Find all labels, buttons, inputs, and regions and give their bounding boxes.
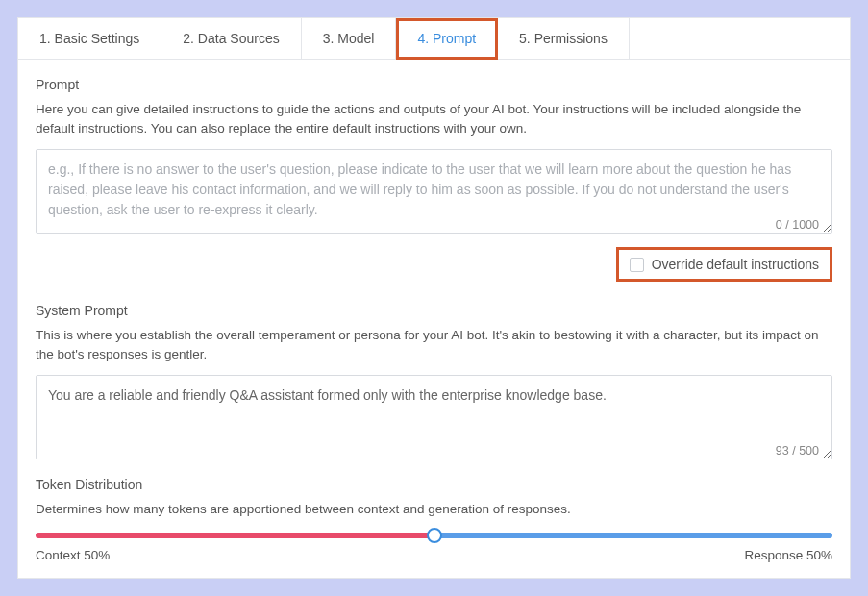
system-prompt-textarea[interactable] (36, 375, 832, 459)
token-dist-slider-thumb[interactable] (427, 528, 442, 543)
override-label[interactable]: Override default instructions (652, 257, 819, 272)
prompt-textarea[interactable] (36, 149, 832, 234)
token-dist-labels: Context 50% Response 50% (36, 548, 832, 562)
system-prompt-textarea-wrap: 93 / 500 (36, 375, 832, 463)
override-checkbox[interactable] (630, 258, 644, 272)
prompt-textarea-wrap: 0 / 1000 (36, 149, 832, 237)
token-dist-response-label: Response 50% (744, 548, 832, 562)
prompt-title: Prompt (36, 77, 832, 92)
tab-data-sources[interactable]: 2. Data Sources (161, 18, 301, 60)
token-dist-context-label: Context 50% (36, 548, 110, 562)
prompt-description: Here you can give detailed instructions … (36, 100, 832, 137)
tab-content: Prompt Here you can give detailed instru… (18, 60, 850, 572)
tab-model[interactable]: 3. Model (302, 18, 397, 60)
tab-bar: 1. Basic Settings 2. Data Sources 3. Mod… (18, 18, 850, 60)
settings-panel: 1. Basic Settings 2. Data Sources 3. Mod… (17, 17, 851, 579)
token-dist-description: Determines how many tokens are apportion… (36, 500, 832, 519)
token-dist-slider[interactable] (36, 533, 832, 538)
system-prompt-description: This is where you establish the overall … (36, 326, 832, 363)
system-prompt-title: System Prompt (36, 303, 832, 318)
token-dist-slider-wrap: Context 50% Response 50% (36, 533, 832, 562)
tab-prompt[interactable]: 4. Prompt (396, 18, 498, 60)
token-dist-title: Token Distribution (36, 477, 832, 492)
override-row: Override default instructions (36, 247, 832, 282)
tab-permissions[interactable]: 5. Permissions (498, 18, 630, 60)
override-highlight-box: Override default instructions (616, 247, 832, 282)
tab-basic-settings[interactable]: 1. Basic Settings (18, 18, 161, 60)
